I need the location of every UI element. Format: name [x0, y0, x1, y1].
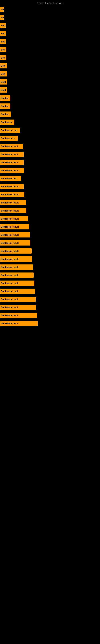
bar-label: Bottlen	[0, 112, 11, 117]
bar-label: Bottleneck result	[0, 160, 24, 165]
bar-label: Bottleneck result	[0, 232, 30, 238]
bar-label: Bottleneck result	[0, 256, 32, 262]
bar-row: Bott	[0, 54, 100, 62]
bar-row: Bott	[0, 62, 100, 70]
bar-row: Bottleneck result	[0, 296, 100, 303]
bar-label: Bottleneck result	[0, 192, 24, 197]
bar-label: Bo	[0, 15, 3, 20]
bar-label: Bottleneck re	[0, 136, 18, 141]
bar-row: Bottleneck result	[0, 167, 100, 174]
bar-row: Bottleneck result	[0, 312, 100, 319]
bar-row: Bott	[0, 46, 100, 54]
bar-row: Bott	[0, 38, 100, 46]
bar-row: Bottleneck result	[0, 231, 100, 239]
bar-row: Bott	[0, 30, 100, 38]
bar-label: Bott	[0, 47, 6, 52]
bar-label: Bottleneck	[0, 120, 14, 125]
bar-row: Bottleneck result	[0, 223, 100, 231]
bar-label: Bottleneck resu	[0, 176, 21, 181]
bar-label: Bottleneck result	[0, 248, 32, 254]
bar-row: Bottleneck result	[0, 255, 100, 263]
bar-row: Bottleneck result	[0, 239, 100, 247]
bar-label: Bottleneck result	[0, 297, 36, 302]
bar-row: Bottlen	[0, 110, 100, 118]
bar-row: Bottleneck result	[0, 183, 100, 190]
bar-label: Bottleneck result	[0, 200, 26, 205]
bar-row: Bottlen	[0, 94, 100, 102]
bar-label: Bottleneck result	[0, 272, 34, 278]
bar-row: Bottlen	[0, 102, 100, 110]
bar-label: Bottleneck result	[0, 313, 37, 318]
bar-label: Bottleneck result	[0, 264, 33, 270]
bar-label: Bo	[0, 7, 3, 12]
bar-label: Bottleneck result	[0, 216, 28, 222]
bar-row: Bottleneck result	[0, 288, 100, 295]
bar-label: Bottlen	[0, 96, 10, 100]
bar-row: Bottleneck result	[0, 320, 100, 327]
bar-row: Bo	[0, 6, 100, 13]
bars-container: BoBoBottBottBottBottBottBottBottBottlBot…	[0, 6, 100, 327]
bar-label: Bott	[0, 71, 7, 76]
bar-row: Bottleneck resu	[0, 175, 100, 182]
bar-label: Bottleneck result	[0, 280, 34, 286]
bar-row: Bottleneck result	[0, 199, 100, 206]
bar-row: Bottleneck result	[0, 158, 100, 166]
bar-row: Bott	[0, 70, 100, 78]
bar-label: Bottleneck result	[0, 168, 24, 173]
bar-label: Bottleneck result	[0, 208, 26, 213]
bar-row: Bottleneck	[0, 118, 100, 126]
bar-row: Bottleneck result	[0, 207, 100, 214]
bar-row: Bottleneck result	[0, 304, 100, 311]
bar-label: Bottleneck result	[0, 152, 24, 157]
bar-row: Bottl	[0, 86, 100, 94]
bar-label: Bottleneck result	[0, 321, 38, 326]
bar-row: Bottleneck result	[0, 271, 100, 279]
site-title: TheBottlenecker.com	[0, 0, 100, 6]
bar-label: Bottl	[0, 87, 7, 92]
bar-label: Bott	[0, 63, 7, 68]
bar-label: Bottleneck result	[0, 305, 36, 310]
bar-label: Bottleneck result	[0, 144, 23, 149]
bar-label: Bottleneck result	[0, 240, 30, 246]
bar-label: Bottleneck result	[0, 288, 35, 294]
bar-row: Bottleneck result	[0, 150, 100, 158]
bar-label: Bott	[0, 39, 6, 44]
bar-row: Bo	[0, 14, 100, 21]
bar-label: Bott	[0, 55, 6, 60]
bar-label: Bottleneck result	[0, 184, 24, 189]
bar-row: Bottleneck result	[0, 263, 100, 271]
bar-label: Bottl	[0, 79, 7, 84]
bar-row: Bottleneck resu	[0, 126, 100, 134]
bar-row: Bottleneck result	[0, 215, 100, 222]
bar-label: Bott	[0, 31, 6, 36]
bar-label: Bottleneck resu	[0, 128, 20, 133]
bar-row: Bottleneck result	[0, 191, 100, 198]
bar-label: Bott	[0, 23, 6, 28]
bar-row: Bottleneck re	[0, 134, 100, 142]
bar-row: Bottleneck result	[0, 247, 100, 255]
bar-row: Bottleneck result	[0, 142, 100, 150]
bar-label: Bottleneck result	[0, 224, 29, 230]
bar-row: Bott	[0, 22, 100, 30]
bar-row: Bottl	[0, 78, 100, 86]
bar-row: Bottleneck result	[0, 279, 100, 287]
bar-label: Bottlen	[0, 104, 10, 109]
